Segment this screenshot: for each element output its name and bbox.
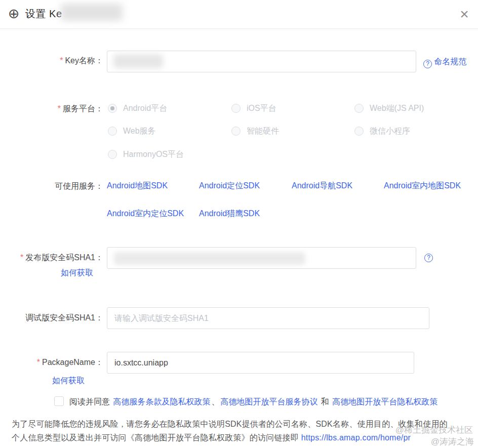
watermark-line1: @稀土掘金技术社区 bbox=[395, 424, 473, 436]
package-name-input[interactable] bbox=[107, 352, 414, 374]
agreement-text: 阅读并同意 高德服务条款及隐私权政策、高德地图开放平台服务协议 和 高德地图开放… bbox=[69, 397, 439, 408]
service-link-android-indoor-location-sdk[interactable]: Android室内定位SDK bbox=[107, 209, 184, 219]
service-link-android-indoor-map-sdk[interactable]: Android室内地图SDK bbox=[384, 181, 461, 191]
radio-icon bbox=[108, 150, 117, 159]
open-platform-service-agreement-link[interactable]: 高德地图开放平台服务协议 bbox=[220, 397, 317, 406]
radio-ios-platform[interactable]: iOS平台 bbox=[231, 103, 276, 113]
radio-smart-hardware[interactable]: 智能硬件 bbox=[231, 126, 279, 136]
radio-web-js-api[interactable]: Web端(JS API) bbox=[354, 103, 424, 113]
required-asterisk: * bbox=[60, 56, 63, 65]
radio-web-service[interactable]: Web服务 bbox=[108, 126, 156, 136]
naming-rule-help[interactable]: ? 命名规范 bbox=[423, 57, 466, 68]
service-link-android-location-sdk[interactable]: Android定位SDK bbox=[199, 181, 260, 191]
compliance-notice-line1: 为了尽可能降低您的违规风险，请您务必在隐私政策中说明SDK提供者的公司名称、SD… bbox=[12, 419, 448, 430]
required-asterisk: * bbox=[20, 253, 23, 262]
required-asterisk: * bbox=[37, 358, 40, 366]
radio-icon bbox=[354, 127, 364, 136]
sha1-help-icon[interactable]: ? bbox=[424, 254, 433, 262]
radio-icon bbox=[354, 104, 364, 113]
radio-android-platform[interactable]: Android平台 bbox=[108, 103, 167, 113]
close-icon[interactable]: × bbox=[456, 3, 473, 25]
agreement-checkbox[interactable] bbox=[54, 396, 64, 406]
compliance-notice-line2: 个人信息类型以及透出并可访问《高德地图开放平台隐私权政策》的访问链接即 http… bbox=[12, 433, 411, 443]
debug-sha1-label: 调试版安全码SHA1： bbox=[0, 313, 103, 323]
redacted-release-sha1-value bbox=[114, 252, 305, 265]
package-name-how-to-get-link[interactable]: 如何获取 bbox=[52, 376, 85, 386]
key-name-label: *Key名称： bbox=[0, 56, 103, 66]
terms-privacy-policy-link[interactable]: 高德服务条款及隐私权政策 bbox=[113, 397, 210, 406]
radio-icon bbox=[108, 127, 117, 136]
dialog-header: ⊕ 设置 Ke × bbox=[0, 0, 478, 29]
question-circle-icon: ? bbox=[423, 60, 432, 68]
radio-icon bbox=[231, 104, 241, 113]
debug-sha1-input[interactable] bbox=[107, 307, 429, 329]
radio-icon bbox=[231, 127, 241, 136]
circle-plus-icon: ⊕ bbox=[8, 5, 20, 23]
release-sha1-label: *发布版安全码SHA1： bbox=[0, 253, 103, 263]
naming-rule-link[interactable]: 命名规范 bbox=[434, 57, 466, 66]
dialog-title: 设置 Ke bbox=[25, 7, 62, 21]
privacy-policy-url-link[interactable]: https://lbs.amap.com/home/pr bbox=[301, 433, 411, 442]
set-key-dialog: ⊕ 设置 Ke × *Key名称： ? 命名规范 *服务平台： Android平… bbox=[0, 0, 478, 448]
radio-harmonyos-platform[interactable]: HarmonyOS平台 bbox=[108, 149, 184, 159]
release-sha1-how-to-get-link[interactable]: 如何获取 bbox=[61, 268, 93, 278]
watermark-line2: @涛涛之海 bbox=[431, 436, 474, 447]
redacted-key-name-value bbox=[113, 54, 163, 68]
redacted-title-text bbox=[61, 4, 123, 21]
package-name-label: *PackageName： bbox=[0, 357, 103, 368]
radio-selected-icon bbox=[108, 104, 117, 113]
radio-wechat-miniprogram[interactable]: 微信小程序 bbox=[354, 126, 410, 136]
open-platform-privacy-policy-link[interactable]: 高德地图开放平台隐私权政策 bbox=[332, 397, 437, 406]
services-label: 可使用服务： bbox=[0, 181, 103, 192]
service-link-android-falcon-sdk[interactable]: Android猎鹰SDK bbox=[199, 209, 260, 219]
service-link-android-map-sdk[interactable]: Android地图SDK bbox=[107, 181, 168, 191]
service-link-android-navigation-sdk[interactable]: Android导航SDK bbox=[292, 181, 352, 191]
platform-label: *服务平台： bbox=[0, 104, 103, 114]
required-asterisk: * bbox=[58, 104, 61, 113]
